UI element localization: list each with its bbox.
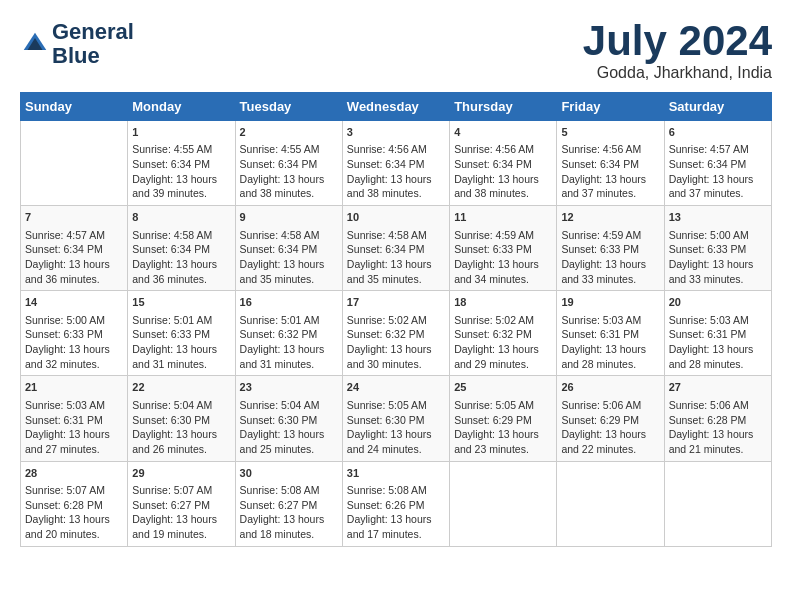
day-number: 15 (132, 295, 230, 310)
sunset-text: Sunset: 6:33 PM (132, 328, 210, 340)
sunrise-text: Sunrise: 4:59 AM (561, 229, 641, 241)
calendar-cell: 22Sunrise: 5:04 AMSunset: 6:30 PMDayligh… (128, 376, 235, 461)
calendar-cell: 6Sunrise: 4:57 AMSunset: 6:34 PMDaylight… (664, 121, 771, 206)
daylight-text: Daylight: 13 hours and 19 minutes. (132, 513, 217, 540)
column-header-wednesday: Wednesday (342, 93, 449, 121)
day-number: 13 (669, 210, 767, 225)
daylight-text: Daylight: 13 hours and 17 minutes. (347, 513, 432, 540)
sunset-text: Sunset: 6:29 PM (454, 414, 532, 426)
sunrise-text: Sunrise: 4:58 AM (347, 229, 427, 241)
day-number: 22 (132, 380, 230, 395)
daylight-text: Daylight: 13 hours and 31 minutes. (240, 343, 325, 370)
calendar-cell: 25Sunrise: 5:05 AMSunset: 6:29 PMDayligh… (450, 376, 557, 461)
day-number: 4 (454, 125, 552, 140)
day-number: 9 (240, 210, 338, 225)
calendar-cell: 2Sunrise: 4:55 AMSunset: 6:34 PMDaylight… (235, 121, 342, 206)
daylight-text: Daylight: 13 hours and 36 minutes. (25, 258, 110, 285)
sunrise-text: Sunrise: 4:58 AM (240, 229, 320, 241)
column-header-saturday: Saturday (664, 93, 771, 121)
sunrise-text: Sunrise: 4:59 AM (454, 229, 534, 241)
logo: General Blue (20, 20, 134, 68)
column-header-sunday: Sunday (21, 93, 128, 121)
calendar-cell: 16Sunrise: 5:01 AMSunset: 6:32 PMDayligh… (235, 291, 342, 376)
sunset-text: Sunset: 6:31 PM (25, 414, 103, 426)
daylight-text: Daylight: 13 hours and 33 minutes. (561, 258, 646, 285)
sunset-text: Sunset: 6:33 PM (25, 328, 103, 340)
calendar-cell: 7Sunrise: 4:57 AMSunset: 6:34 PMDaylight… (21, 206, 128, 291)
sunrise-text: Sunrise: 5:00 AM (669, 229, 749, 241)
sunset-text: Sunset: 6:27 PM (132, 499, 210, 511)
day-number: 25 (454, 380, 552, 395)
calendar-cell: 13Sunrise: 5:00 AMSunset: 6:33 PMDayligh… (664, 206, 771, 291)
calendar-cell: 29Sunrise: 5:07 AMSunset: 6:27 PMDayligh… (128, 461, 235, 546)
sunrise-text: Sunrise: 4:56 AM (347, 143, 427, 155)
sunrise-text: Sunrise: 4:55 AM (240, 143, 320, 155)
day-number: 6 (669, 125, 767, 140)
daylight-text: Daylight: 13 hours and 26 minutes. (132, 428, 217, 455)
day-number: 24 (347, 380, 445, 395)
sunset-text: Sunset: 6:29 PM (561, 414, 639, 426)
calendar-cell (664, 461, 771, 546)
sunrise-text: Sunrise: 5:04 AM (132, 399, 212, 411)
daylight-text: Daylight: 13 hours and 37 minutes. (669, 173, 754, 200)
calendar-cell: 18Sunrise: 5:02 AMSunset: 6:32 PMDayligh… (450, 291, 557, 376)
calendar-cell: 17Sunrise: 5:02 AMSunset: 6:32 PMDayligh… (342, 291, 449, 376)
day-number: 20 (669, 295, 767, 310)
day-number: 2 (240, 125, 338, 140)
sunrise-text: Sunrise: 4:55 AM (132, 143, 212, 155)
sunrise-text: Sunrise: 5:02 AM (347, 314, 427, 326)
calendar-cell: 24Sunrise: 5:05 AMSunset: 6:30 PMDayligh… (342, 376, 449, 461)
daylight-text: Daylight: 13 hours and 25 minutes. (240, 428, 325, 455)
day-number: 17 (347, 295, 445, 310)
sunrise-text: Sunrise: 5:06 AM (561, 399, 641, 411)
day-number: 5 (561, 125, 659, 140)
sunset-text: Sunset: 6:33 PM (454, 243, 532, 255)
sunset-text: Sunset: 6:33 PM (669, 243, 747, 255)
day-number: 10 (347, 210, 445, 225)
sunset-text: Sunset: 6:31 PM (669, 328, 747, 340)
sunset-text: Sunset: 6:34 PM (347, 158, 425, 170)
calendar-cell: 27Sunrise: 5:06 AMSunset: 6:28 PMDayligh… (664, 376, 771, 461)
day-number: 7 (25, 210, 123, 225)
calendar-cell: 8Sunrise: 4:58 AMSunset: 6:34 PMDaylight… (128, 206, 235, 291)
daylight-text: Daylight: 13 hours and 37 minutes. (561, 173, 646, 200)
sunset-text: Sunset: 6:30 PM (347, 414, 425, 426)
daylight-text: Daylight: 13 hours and 35 minutes. (347, 258, 432, 285)
calendar-cell: 5Sunrise: 4:56 AMSunset: 6:34 PMDaylight… (557, 121, 664, 206)
sunset-text: Sunset: 6:32 PM (240, 328, 318, 340)
calendar-cell: 11Sunrise: 4:59 AMSunset: 6:33 PMDayligh… (450, 206, 557, 291)
month-title: July 2024 (583, 20, 772, 62)
sunset-text: Sunset: 6:34 PM (347, 243, 425, 255)
day-number: 8 (132, 210, 230, 225)
calendar-table: SundayMondayTuesdayWednesdayThursdayFrid… (20, 92, 772, 547)
daylight-text: Daylight: 13 hours and 28 minutes. (669, 343, 754, 370)
day-number: 16 (240, 295, 338, 310)
day-number: 27 (669, 380, 767, 395)
calendar-cell: 12Sunrise: 4:59 AMSunset: 6:33 PMDayligh… (557, 206, 664, 291)
daylight-text: Daylight: 13 hours and 29 minutes. (454, 343, 539, 370)
sunset-text: Sunset: 6:34 PM (132, 243, 210, 255)
calendar-cell: 10Sunrise: 4:58 AMSunset: 6:34 PMDayligh… (342, 206, 449, 291)
daylight-text: Daylight: 13 hours and 20 minutes. (25, 513, 110, 540)
sunset-text: Sunset: 6:34 PM (454, 158, 532, 170)
column-header-thursday: Thursday (450, 93, 557, 121)
sunset-text: Sunset: 6:30 PM (132, 414, 210, 426)
day-number: 18 (454, 295, 552, 310)
daylight-text: Daylight: 13 hours and 22 minutes. (561, 428, 646, 455)
daylight-text: Daylight: 13 hours and 34 minutes. (454, 258, 539, 285)
daylight-text: Daylight: 13 hours and 32 minutes. (25, 343, 110, 370)
daylight-text: Daylight: 13 hours and 24 minutes. (347, 428, 432, 455)
week-row-5: 28Sunrise: 5:07 AMSunset: 6:28 PMDayligh… (21, 461, 772, 546)
sunset-text: Sunset: 6:28 PM (669, 414, 747, 426)
sunset-text: Sunset: 6:34 PM (669, 158, 747, 170)
sunset-text: Sunset: 6:28 PM (25, 499, 103, 511)
week-row-1: 1Sunrise: 4:55 AMSunset: 6:34 PMDaylight… (21, 121, 772, 206)
daylight-text: Daylight: 13 hours and 36 minutes. (132, 258, 217, 285)
sunrise-text: Sunrise: 5:03 AM (561, 314, 641, 326)
sunrise-text: Sunrise: 5:08 AM (347, 484, 427, 496)
calendar-cell: 9Sunrise: 4:58 AMSunset: 6:34 PMDaylight… (235, 206, 342, 291)
day-number: 11 (454, 210, 552, 225)
day-number: 30 (240, 466, 338, 481)
sunrise-text: Sunrise: 4:57 AM (25, 229, 105, 241)
sunrise-text: Sunrise: 5:04 AM (240, 399, 320, 411)
